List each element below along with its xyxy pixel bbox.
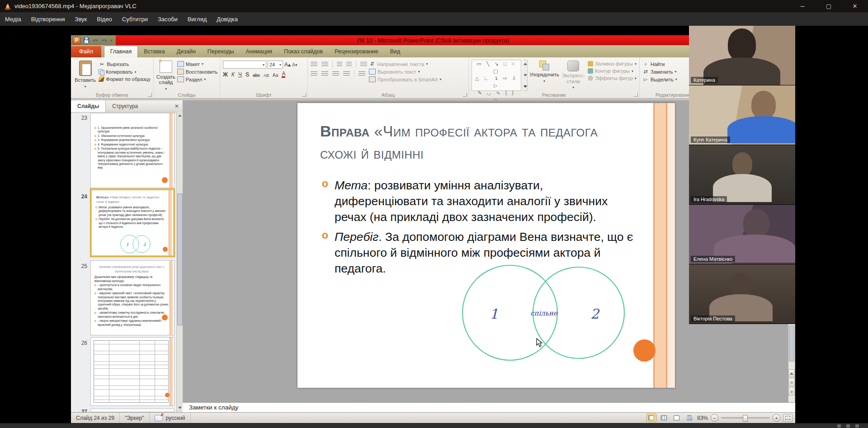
qat-dropdown-icon[interactable]: ▾	[110, 38, 112, 42]
panel-scrollbar[interactable]	[176, 112, 183, 412]
paragraph-dialog-launcher-icon[interactable]	[463, 93, 467, 97]
menu-media[interactable]: Медіа	[0, 12, 26, 26]
copy-button[interactable]: Копировать▾	[99, 69, 151, 75]
font-size-combo[interactable]: 24▾	[268, 61, 283, 69]
columns-button[interactable]	[359, 71, 365, 76]
justify-button[interactable]	[343, 71, 350, 76]
tab-insert[interactable]: Вставка	[138, 46, 170, 57]
change-case-button[interactable]: Аа	[273, 73, 278, 78]
vlc-mini-icon[interactable]	[837, 424, 841, 428]
slide-sorter-button[interactable]	[659, 414, 669, 422]
zoom-slider-thumb[interactable]	[743, 415, 748, 422]
fit-to-window-button[interactable]	[783, 414, 793, 422]
zoom-slider[interactable]	[721, 417, 770, 419]
tab-transitions[interactable]: Переходы	[202, 46, 240, 57]
tab-slideshow[interactable]: Показ слайдов	[278, 46, 329, 57]
reading-view-button[interactable]	[672, 414, 682, 422]
numbering-button[interactable]	[321, 62, 328, 67]
shapes-gallery-scrollbar[interactable]	[523, 60, 528, 91]
participant-video-1[interactable]: Катерина	[689, 26, 795, 85]
redo-icon[interactable]	[101, 37, 108, 43]
slide-thumbnail-24-selected[interactable]: Вправа «Чим професії актора та педагога …	[90, 189, 175, 257]
panel-scroll-up-icon[interactable]	[178, 114, 182, 117]
grow-font-button[interactable]: А▴	[284, 61, 291, 68]
cut-button[interactable]: ✂Вырезать	[99, 61, 151, 67]
text-direction-button[interactable]: ⇵Направление текста▾	[369, 61, 441, 67]
participant-video-3[interactable]: Ira Hradovska	[689, 145, 795, 205]
increase-indent-button[interactable]	[346, 62, 352, 67]
find-button[interactable]: ⌕Найти	[642, 61, 677, 67]
drawing-dialog-launcher-icon[interactable]	[634, 93, 638, 97]
tab-outline[interactable]: Структура	[106, 100, 144, 112]
font-color-button[interactable]: А	[282, 71, 285, 78]
zoom-out-button[interactable]: −	[711, 414, 718, 422]
slide-title[interactable]: Вправа «Чим професії актора та педагога …	[320, 120, 627, 165]
slide-thumbnail-23[interactable]: 1. Удосконалення рівня загальної особист…	[90, 113, 175, 188]
status-language[interactable]: русский	[150, 413, 191, 423]
shape-effects-button[interactable]: Эффекты фигур▾	[588, 75, 637, 81]
slide-thumbnail-25[interactable]: Напрями ознайомлення дітей дошкільного в…	[90, 260, 175, 335]
vlc-control-strip[interactable]	[0, 423, 868, 428]
underline-button[interactable]: Ч	[238, 71, 242, 78]
menu-subtitles[interactable]: Субтитри	[117, 12, 153, 26]
tab-home[interactable]: Главная	[104, 46, 138, 57]
menu-playback[interactable]: Відтворення	[26, 12, 70, 26]
tab-review[interactable]: Рецензирование	[329, 46, 384, 57]
reset-button[interactable]: Восстановить	[177, 69, 217, 75]
panel-scroll-down-icon[interactable]	[178, 407, 182, 409]
shapes-gallery[interactable]: ▭ ╲ ↘ □ ○ ▢ △ ∟ ↴ ⇨ ⇩ ▷ ✎ ◡ ∿ { } ☆	[472, 60, 521, 91]
clipboard-dialog-launcher-icon[interactable]	[148, 93, 152, 97]
slide-thumbnail-26[interactable]	[90, 337, 175, 406]
line-spacing-button[interactable]	[360, 62, 367, 67]
shadow-button[interactable]: S	[245, 71, 249, 78]
menu-video[interactable]: Відео	[92, 12, 117, 26]
menu-help[interactable]: Довідка	[212, 12, 243, 26]
menu-view[interactable]: Вигляд	[183, 12, 212, 26]
decrease-indent-button[interactable]	[337, 62, 342, 67]
vlc-mini-icon[interactable]	[846, 424, 850, 428]
align-left-button[interactable]	[311, 71, 317, 76]
bullets-button[interactable]	[311, 62, 317, 67]
align-text-button[interactable]: Выровнять текст▾	[369, 69, 441, 75]
arrange-button[interactable]: Упорядочить ▾	[529, 60, 559, 91]
normal-view-button[interactable]	[646, 414, 656, 422]
undo-icon[interactable]	[92, 37, 99, 43]
quick-styles-button[interactable]: Экспресс-стили ▾	[561, 60, 586, 91]
italic-button[interactable]: К	[231, 71, 235, 78]
next-slide-button[interactable]: »	[788, 387, 795, 395]
scroll-up-button[interactable]	[788, 369, 795, 377]
shape-outline-button[interactable]: Контур фигуры▾	[588, 68, 637, 74]
menu-audio[interactable]: Звук	[70, 12, 92, 26]
maximize-button[interactable]: ▢	[816, 0, 842, 12]
format-painter-button[interactable]: Формат по образцу	[99, 76, 151, 82]
slide-body[interactable]: Мета: розвивати уміння аналізувати, дифе…	[321, 178, 637, 280]
tab-file[interactable]: Файл	[71, 46, 101, 57]
tab-animations[interactable]: Анимация	[240, 46, 278, 57]
layout-button[interactable]: Макет▾	[177, 61, 217, 67]
tab-view[interactable]: Вид	[384, 46, 406, 57]
new-slide-button[interactable]: Создать слайд ▾	[156, 60, 175, 91]
font-name-combo[interactable]: ▾	[223, 61, 266, 69]
char-spacing-button[interactable]: АВ	[264, 73, 269, 78]
save-icon[interactable]	[83, 37, 90, 43]
slide-scrollbar[interactable]: « »	[788, 324, 795, 402]
powerpoint-logo-icon[interactable]: P	[73, 37, 80, 44]
replace-button[interactable]: ⇄Заменить▾	[642, 69, 677, 75]
minimize-button[interactable]: ─	[789, 0, 816, 12]
panel-scroll-thumb[interactable]	[177, 193, 183, 325]
participant-video-4[interactable]: Елена Матвієнко	[689, 205, 795, 264]
convert-smartart-button[interactable]: Преобразовать в SmartArt▾	[369, 76, 441, 82]
paste-button[interactable]: Вставить ▾	[74, 60, 97, 91]
slide-thumbnail-27[interactable]	[90, 409, 175, 412]
current-slide[interactable]: Вправа «Чим професії актора та педагога …	[297, 103, 675, 388]
select-button[interactable]: ▻Выделить▾	[642, 76, 677, 82]
menu-tools[interactable]: Засоби	[153, 12, 183, 26]
shrink-font-button[interactable]: А▾	[292, 62, 297, 67]
participant-video-5[interactable]: Вікторія Пестова	[689, 264, 795, 324]
panel-close-icon[interactable]: ✕	[175, 103, 179, 109]
font-dialog-launcher-icon[interactable]	[302, 93, 306, 97]
shape-fill-button[interactable]: Заливка фигуры▾	[588, 61, 637, 66]
notes-pane[interactable]: Заметки к слайду	[183, 402, 795, 412]
strikethrough-button[interactable]: abc	[253, 73, 260, 78]
vlc-fullscreen-icon[interactable]	[855, 424, 859, 428]
